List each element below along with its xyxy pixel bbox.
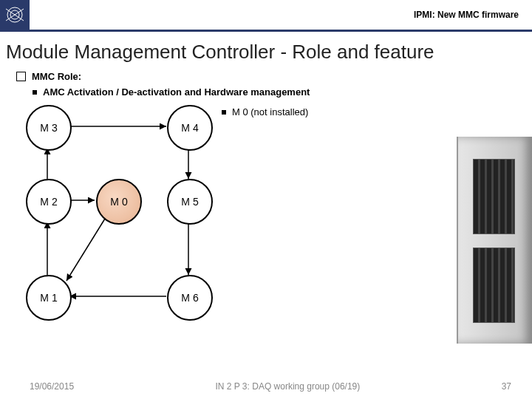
square-bullet-icon (33, 90, 37, 95)
header-bar: IPMI: New MMC firmware (0, 0, 532, 32)
node-m6: M 6 (167, 275, 213, 321)
cern-logo-icon (3, 3, 27, 27)
diagram-arrows (0, 112, 517, 349)
annotation-m0-text: M 0 (not installed) (232, 106, 308, 117)
checkbox-bullet-icon (16, 72, 26, 81)
node-m4-label: M 4 (181, 122, 198, 134)
bullet-sub-text: AMC Activation / De-activation and Hardw… (43, 86, 310, 98)
svg-line-11 (66, 219, 105, 281)
node-m2-label: M 2 (40, 196, 57, 208)
footer-date: 19/06/2015 (30, 381, 74, 392)
annotation-m0: M 0 (not installed) (222, 106, 308, 117)
node-m5-label: M 5 (181, 196, 198, 208)
hardware-photo (457, 137, 532, 344)
footer: 19/06/2015 IN 2 P 3: DAQ working group (… (0, 381, 532, 392)
node-m2: M 2 (26, 179, 72, 225)
bullet-main-text: MMC Role: (32, 71, 81, 82)
node-m3: M 3 (26, 105, 72, 151)
node-m0-label: M 0 (110, 196, 127, 208)
node-m1: M 1 (26, 275, 72, 321)
state-diagram: M 3 M 4 M 2 M 0 M 5 M 1 M 6 M 0 (not ins… (0, 112, 517, 349)
bullet-main: MMC Role: (16, 71, 532, 82)
slide-title: Module Management Controller - Role and … (6, 41, 532, 64)
node-m1-label: M 1 (40, 292, 57, 304)
bullet-sub: AMC Activation / De-activation and Hardw… (16, 86, 532, 98)
node-m4: M 4 (167, 105, 213, 151)
node-m6-label: M 6 (181, 292, 198, 304)
logo (0, 0, 30, 30)
square-bullet-icon (222, 110, 226, 115)
header-topic: IPMI: New MMC firmware (30, 10, 532, 20)
node-m3-label: M 3 (40, 122, 57, 134)
node-m0: M 0 (96, 179, 142, 225)
content-block: MMC Role: AMC Activation / De-activation… (16, 71, 532, 98)
node-m5: M 5 (167, 179, 213, 225)
footer-group: IN 2 P 3: DAQ working group (06/19) (215, 381, 360, 392)
footer-page: 37 (502, 381, 511, 392)
